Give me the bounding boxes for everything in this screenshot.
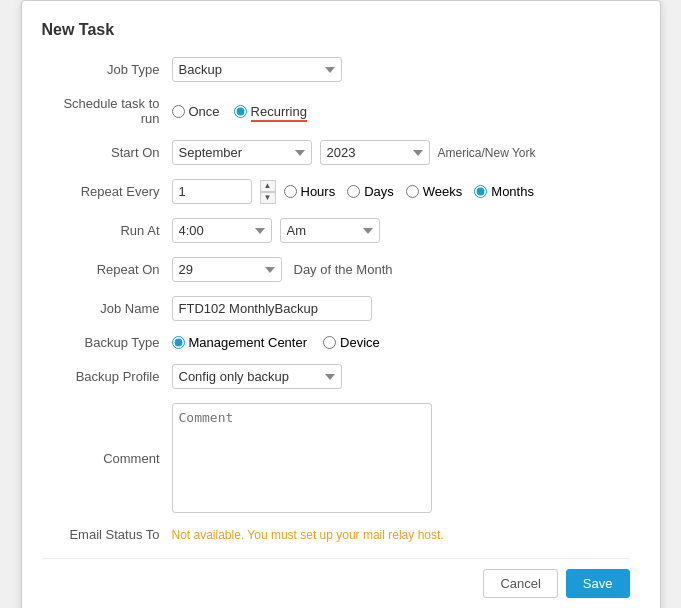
- backup-profile-label: Backup Profile: [42, 369, 172, 384]
- recurring-radio-item[interactable]: Recurring: [234, 104, 307, 119]
- once-radio[interactable]: [172, 105, 185, 118]
- weeks-radio[interactable]: [406, 185, 419, 198]
- schedule-radio-group: Once Recurring: [172, 104, 307, 119]
- hours-freq-item[interactable]: Hours: [284, 184, 336, 199]
- timezone-label: America/New York: [438, 146, 536, 160]
- job-type-controls: Backup Restore Deploy: [172, 57, 630, 82]
- repeat-every-input[interactable]: [172, 179, 252, 204]
- repeat-on-controls: 1234 5678 9101112 13141516 17181920 2122…: [172, 257, 630, 282]
- hours-label: Hours: [301, 184, 336, 199]
- device-radio-item[interactable]: Device: [323, 335, 380, 350]
- backup-type-controls: Management Center Device: [172, 335, 630, 350]
- job-name-controls: [172, 296, 630, 321]
- recurring-underline: [251, 120, 307, 122]
- comment-label: Comment: [42, 451, 172, 466]
- once-radio-item[interactable]: Once: [172, 104, 220, 119]
- email-status-controls: Not available. You must set up your mail…: [172, 528, 630, 542]
- device-radio[interactable]: [323, 336, 336, 349]
- days-freq-item[interactable]: Days: [347, 184, 394, 199]
- months-label: Months: [491, 184, 534, 199]
- job-type-select[interactable]: Backup Restore Deploy: [172, 57, 342, 82]
- email-status-label: Email Status To: [42, 527, 172, 542]
- management-center-label: Management Center: [189, 335, 308, 350]
- job-name-input[interactable]: [172, 296, 372, 321]
- footer-buttons: Cancel Save: [42, 558, 630, 598]
- comment-textarea[interactable]: [172, 403, 432, 513]
- repeat-on-label: Repeat On: [42, 262, 172, 277]
- hours-radio[interactable]: [284, 185, 297, 198]
- run-at-ampm-select[interactable]: AmPm: [280, 218, 380, 243]
- repeat-every-controls: ▲ ▼ Hours Days Weeks Months: [172, 179, 630, 204]
- email-status-row: Email Status To Not available. You must …: [42, 527, 630, 542]
- day-of-month-label: Day of the Month: [294, 262, 393, 277]
- management-center-radio-item[interactable]: Management Center: [172, 335, 308, 350]
- months-radio[interactable]: [474, 185, 487, 198]
- run-at-label: Run At: [42, 223, 172, 238]
- recurring-radio[interactable]: [234, 105, 247, 118]
- schedule-row: Schedule task to run Once Recurring: [42, 96, 630, 126]
- run-at-controls: 4:005:006:00 7:008:00 AmPm: [172, 218, 630, 243]
- weeks-label: Weeks: [423, 184, 463, 199]
- frequency-radio-group: Hours Days Weeks Months: [284, 184, 534, 199]
- email-status-text: Not available. You must set up your mail…: [172, 528, 444, 542]
- backup-profile-controls: Config only backup Full backup: [172, 364, 630, 389]
- repeat-every-label: Repeat Every: [42, 184, 172, 199]
- backup-type-label: Backup Type: [42, 335, 172, 350]
- start-month-select[interactable]: JanuaryFebruaryMarch AprilMayJune JulyAu…: [172, 140, 312, 165]
- days-label: Days: [364, 184, 394, 199]
- once-label: Once: [189, 104, 220, 119]
- start-on-label: Start On: [42, 145, 172, 160]
- save-button[interactable]: Save: [566, 569, 630, 598]
- comment-row: Comment: [42, 403, 630, 513]
- spinner-down-button[interactable]: ▼: [260, 192, 276, 204]
- new-task-dialog: New Task Job Type Backup Restore Deploy …: [21, 0, 661, 608]
- device-label: Device: [340, 335, 380, 350]
- start-on-controls: JanuaryFebruaryMarch AprilMayJune JulyAu…: [172, 140, 630, 165]
- spinner-up-button[interactable]: ▲: [260, 180, 276, 192]
- backup-type-row: Backup Type Management Center Device: [42, 335, 630, 350]
- job-name-label: Job Name: [42, 301, 172, 316]
- weeks-freq-item[interactable]: Weeks: [406, 184, 463, 199]
- run-at-time-select[interactable]: 4:005:006:00 7:008:00: [172, 218, 272, 243]
- schedule-controls: Once Recurring: [172, 104, 630, 119]
- months-freq-item[interactable]: Months: [474, 184, 534, 199]
- recurring-label: Recurring: [251, 104, 307, 119]
- management-center-radio[interactable]: [172, 336, 185, 349]
- cancel-button[interactable]: Cancel: [483, 569, 557, 598]
- backup-type-radio-group: Management Center Device: [172, 335, 380, 350]
- comment-controls: [172, 403, 630, 513]
- backup-profile-select[interactable]: Config only backup Full backup: [172, 364, 342, 389]
- job-type-label: Job Type: [42, 62, 172, 77]
- start-year-select[interactable]: 202020212022 20232024: [320, 140, 430, 165]
- dialog-title: New Task: [42, 21, 630, 39]
- run-at-row: Run At 4:005:006:00 7:008:00 AmPm: [42, 218, 630, 243]
- backup-profile-row: Backup Profile Config only backup Full b…: [42, 364, 630, 389]
- start-on-row: Start On JanuaryFebruaryMarch AprilMayJu…: [42, 140, 630, 165]
- repeat-every-row: Repeat Every ▲ ▼ Hours Days Weeks: [42, 179, 630, 204]
- days-radio[interactable]: [347, 185, 360, 198]
- repeat-on-row: Repeat On 1234 5678 9101112 13141516 171…: [42, 257, 630, 282]
- job-type-row: Job Type Backup Restore Deploy: [42, 57, 630, 82]
- schedule-label: Schedule task to run: [42, 96, 172, 126]
- repeat-on-day-select[interactable]: 1234 5678 9101112 13141516 17181920 2122…: [172, 257, 282, 282]
- repeat-every-spinner: ▲ ▼: [260, 180, 276, 204]
- job-name-row: Job Name: [42, 296, 630, 321]
